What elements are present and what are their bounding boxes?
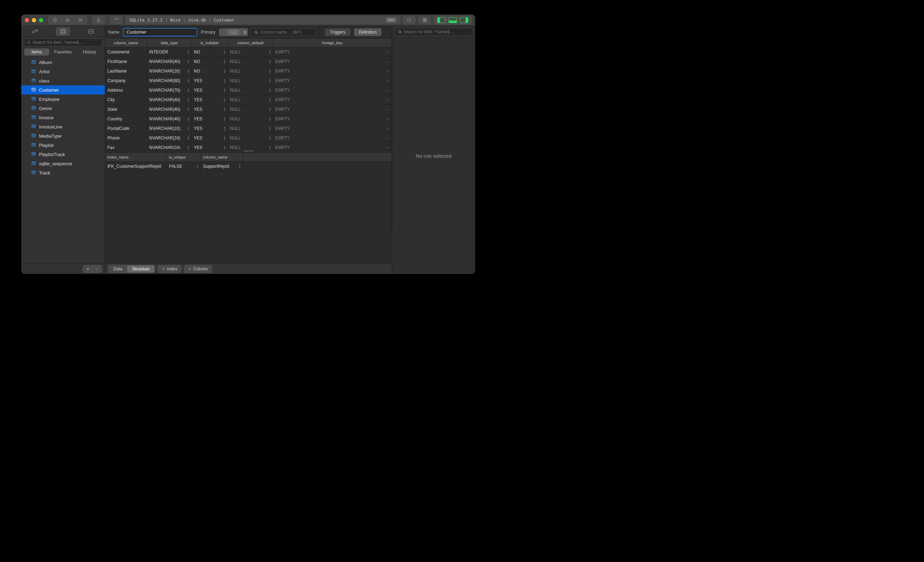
stepper-icon[interactable]: ▴▾ [188, 79, 189, 83]
cell-nullable[interactable]: NO▴▾ [192, 48, 228, 57]
cell-type[interactable]: NVARCHAR(40)▴▾ [147, 95, 192, 105]
arrow-right-icon[interactable]: → [386, 136, 389, 140]
sidebar-item[interactable]: Genre [21, 104, 105, 113]
cell-nullable[interactable]: YES▴▾ [192, 95, 228, 105]
cell-fk[interactable]: EMPTY→ [273, 76, 392, 85]
zoom-window[interactable] [39, 18, 43, 22]
column-row[interactable]: CountryNVARCHAR(40)▴▾YES▴▾NULL▴▾EMPTY→ [105, 114, 392, 124]
cell-fk[interactable]: EMPTY→ [273, 143, 392, 149]
arrow-right-icon[interactable]: → [386, 50, 389, 54]
stepper-icon[interactable]: ▴▾ [224, 107, 225, 112]
stepper-icon[interactable]: ▴▾ [269, 126, 271, 131]
tab-favorites[interactable]: Favorites [51, 48, 76, 55]
sidebar-item[interactable]: MediaType [21, 131, 105, 140]
cell-type[interactable]: NVARCHAR(40)▴▾ [147, 57, 192, 66]
cell-type[interactable]: NVARCHAR(80)▴▾ [147, 76, 192, 85]
seg-structure[interactable]: Structure [127, 265, 154, 272]
stepper-icon[interactable]: ▴▾ [197, 164, 198, 169]
sidebar-item[interactable]: Playlist [21, 140, 105, 150]
cell-nullable[interactable]: YES▴▾ [192, 124, 228, 133]
column-row[interactable]: PhoneNVARCHAR(24)▴▾YES▴▾NULL▴▾EMPTY→ [105, 133, 392, 143]
cell-default[interactable]: NULL▴▾ [228, 105, 273, 114]
stepper-icon[interactable]: ▴▾ [269, 79, 271, 83]
cell-nullable[interactable]: YES▴▾ [192, 143, 228, 149]
stepper-icon[interactable]: ▴▾ [269, 136, 271, 140]
column-row[interactable]: StateNVARCHAR(40)▴▾YES▴▾NULL▴▾EMPTY→ [105, 105, 392, 114]
cell-default[interactable]: NULL▴▾ [228, 57, 273, 66]
idx-header-unique[interactable]: is_unique [167, 153, 201, 161]
cell-name[interactable]: City [105, 95, 147, 105]
primary-key-selector[interactable]: … ▴▾ [219, 28, 248, 36]
stepper-icon[interactable]: ▴▾ [224, 126, 225, 131]
cell-default[interactable]: NULL▴▾ [228, 76, 273, 85]
col-header-fk[interactable]: foreign_key [273, 39, 392, 47]
stepper-icon[interactable]: ▴▾ [188, 60, 189, 64]
toggle-bottom-panel[interactable] [448, 17, 457, 23]
cell-fk[interactable]: EMPTY→ [273, 124, 392, 133]
refresh-button[interactable] [110, 16, 123, 24]
toggle-right-panel[interactable] [460, 17, 468, 23]
sidebar-item[interactable]: Track [21, 168, 105, 177]
column-row[interactable]: CompanyNVARCHAR(80)▴▾YES▴▾NULL▴▾EMPTY→ [105, 76, 392, 86]
stepper-icon[interactable]: ▴▾ [224, 98, 225, 102]
cell-name[interactable]: Company [105, 76, 147, 85]
stepper-icon[interactable]: ▴▾ [239, 164, 241, 169]
stepper-icon[interactable]: ▴▾ [224, 88, 225, 93]
stepper-icon[interactable]: ▴▾ [269, 98, 271, 102]
arrow-right-icon[interactable]: → [386, 60, 389, 64]
cell-name[interactable]: LastName [105, 67, 147, 76]
cell-type[interactable]: NVARCHAR(40)▴▾ [147, 114, 192, 124]
cell-nullable[interactable]: NO▴▾ [192, 57, 228, 66]
cell-default[interactable]: NULL▴▾ [228, 143, 273, 149]
idx-header-col[interactable]: column_name [201, 153, 243, 161]
arrow-right-icon[interactable]: → [386, 145, 389, 149]
stepper-icon[interactable]: ▴▾ [224, 145, 225, 149]
col-header-type[interactable]: data_type [147, 39, 192, 47]
sidebar-item[interactable]: Invoice [21, 113, 105, 122]
sidebar-mode-connect[interactable] [28, 27, 42, 36]
sidebar-item[interactable]: InvoiceLine [21, 122, 105, 131]
cell-default[interactable]: NULL▴▾ [228, 67, 273, 76]
stepper-icon[interactable]: ▴▾ [224, 60, 225, 64]
cell-default[interactable]: NULL▴▾ [228, 48, 273, 57]
column-row[interactable]: AddressNVARCHAR(70)▴▾YES▴▾NULL▴▾EMPTY→ [105, 86, 392, 95]
cell-name[interactable]: PostalCode [105, 124, 147, 133]
cell-type[interactable]: NVARCHAR(20)▴▾ [147, 67, 192, 76]
sidebar-mode-db[interactable] [56, 27, 70, 36]
stepper-icon[interactable]: ▴▾ [224, 79, 225, 83]
stepper-icon[interactable]: ▴▾ [188, 107, 189, 112]
cell-nullable[interactable]: YES▴▾ [192, 86, 228, 95]
stepper-icon[interactable]: ▴▾ [188, 69, 189, 73]
stepper-icon[interactable]: ▴▾ [188, 126, 189, 131]
cell-index-col[interactable]: SupportRepId▴▾ [201, 162, 243, 171]
sidebar-item[interactable]: Artist [21, 67, 105, 76]
cell-fk[interactable]: EMPTY→ [273, 133, 392, 143]
table-name-input[interactable] [123, 28, 197, 36]
triggers-button[interactable]: Triggers [325, 28, 350, 36]
column-row[interactable]: CustomerIdINTEGER▴▾NO▴▾NULL▴▾EMPTY→ [105, 48, 392, 57]
arrow-right-icon[interactable]: → [386, 69, 389, 73]
cell-fk[interactable]: EMPTY→ [273, 105, 392, 114]
column-row[interactable]: LastNameNVARCHAR(20)▴▾NO▴▾NULL▴▾EMPTY→ [105, 67, 392, 76]
sidebar-item[interactable]: sqlite_sequence [21, 159, 105, 168]
stepper-icon[interactable]: ▴▾ [188, 145, 189, 149]
column-row[interactable]: FaxNVARCHAR(24)▴▾YES▴▾NULL▴▾EMPTY→ [105, 143, 392, 149]
stepper-icon[interactable]: ▴▾ [188, 136, 189, 140]
sidebar-item[interactable]: class [21, 76, 105, 85]
stepper-icon[interactable]: ▴▾ [269, 60, 271, 64]
cell-index-unique[interactable]: FALSE▴▾ [167, 162, 201, 171]
inspector-search-input[interactable] [404, 29, 470, 34]
cell-fk[interactable]: EMPTY→ [273, 95, 392, 105]
arrow-right-icon[interactable]: → [386, 88, 389, 93]
cell-default[interactable]: NULL▴▾ [228, 133, 273, 143]
grid-button[interactable] [418, 16, 431, 24]
sidebar-item[interactable]: Employee [21, 94, 105, 104]
stepper-icon[interactable]: ▴▾ [224, 69, 225, 73]
stepper-icon[interactable]: ▴▾ [224, 50, 225, 54]
add-column-button[interactable]: Column [184, 265, 212, 273]
cell-name[interactable]: Fax [105, 143, 147, 149]
cell-default[interactable]: NULL▴▾ [228, 95, 273, 105]
cell-name[interactable]: State [105, 105, 147, 114]
toggle-left-panel[interactable] [437, 17, 446, 23]
close-window[interactable] [25, 18, 29, 22]
